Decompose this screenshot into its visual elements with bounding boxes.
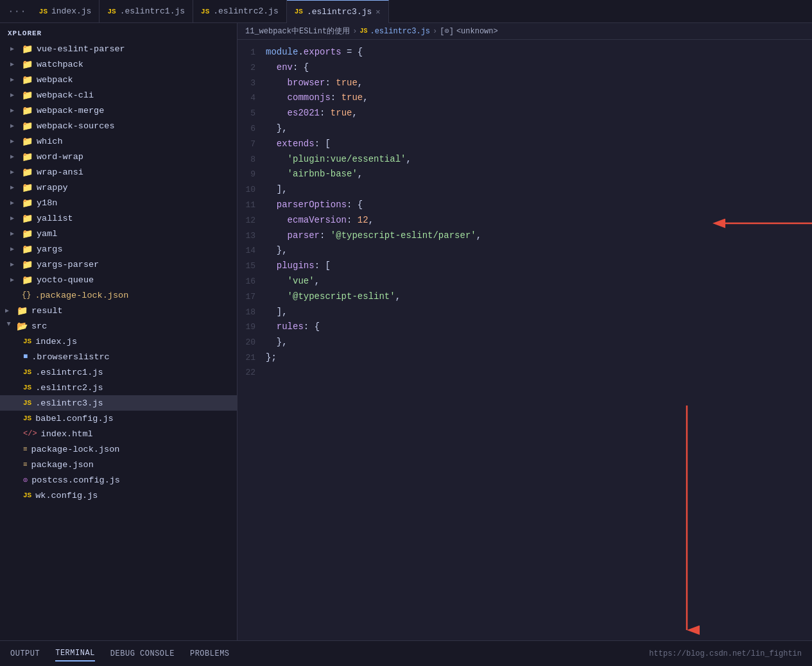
breadcrumb-sep1: › — [352, 27, 357, 36]
sidebar-item-webpack-cli[interactable]: ▶ 📁 webpack-cli — [0, 87, 237, 103]
sidebar-item-y18n[interactable]: ▶ 📁 y18n — [0, 195, 237, 210]
sidebar-item-webpack[interactable]: ▶ 📁 webpack — [0, 72, 237, 87]
chevron-right-icon: ▶ — [10, 60, 18, 68]
tab-close-icon[interactable]: ✕ — [376, 7, 380, 17]
sidebar-item-index-html[interactable]: </> index.html — [0, 426, 237, 441]
tab-eslintrc2[interactable]: JS .eslintrc2.js — [193, 0, 287, 23]
tab-label: index.js — [51, 6, 91, 16]
bottom-tab-debug-console[interactable]: DEBUG CONSOLE — [110, 647, 175, 661]
sidebar-item-label: webpack-sources — [37, 121, 115, 131]
chevron-right-icon: ▶ — [10, 199, 18, 207]
sidebar-item-browserslistrc[interactable]: ■ .browserslistrc — [0, 349, 237, 364]
tab-index-js[interactable]: JS index.js — [31, 0, 100, 23]
editor-area[interactable]: 1 module.exports = { 2 env: { 3 browser:… — [238, 40, 812, 640]
sidebar-item-eslintrc1[interactable]: JS .eslintrc1.js — [0, 364, 237, 380]
sidebar-item-wrappy[interactable]: ▶ 📁 wrappy — [0, 180, 237, 195]
js-file-icon: JS — [23, 399, 31, 407]
chevron-right-icon: ▶ — [10, 45, 18, 53]
breadcrumb-bracket: [⊙] — [440, 26, 454, 36]
tab-eslintrc3[interactable]: JS .eslintrc3.js ✕ — [287, 0, 389, 23]
sidebar-item-label: .eslintrc3.js — [35, 398, 103, 408]
sidebar-item-wk-config[interactable]: JS wk.config.js — [0, 488, 237, 503]
bottom-tab-output[interactable]: OUTPUT — [10, 647, 40, 661]
sidebar-item-package-lock[interactable]: ≡ package-lock.json — [0, 441, 237, 457]
folder-icon: 📁 — [22, 182, 33, 193]
chevron-right-icon: ▶ — [10, 107, 18, 114]
sidebar-item-label: result — [31, 306, 63, 316]
folder-open-icon: 📂 — [17, 321, 28, 332]
code-line-7: 7 extends: [ — [238, 137, 812, 152]
code-line-17: 17 '@typescript-eslint', — [238, 289, 812, 305]
bottom-tab-terminal[interactable]: TERMINAL — [55, 646, 95, 662]
sidebar-item-label: wrap-ansi — [37, 167, 83, 177]
explorer-more-icon[interactable]: ··· — [3, 6, 31, 17]
js-file-icon: JS — [23, 384, 31, 391]
sidebar-item-label: index.js — [35, 337, 77, 346]
js-icon: JS — [295, 8, 303, 15]
sidebar-item-src[interactable]: ▶ 📂 src — [0, 318, 237, 334]
folder-icon: 📁 — [22, 59, 33, 70]
sidebar-item-package-lock-json[interactable]: ▶ {} .package-lock.json — [0, 287, 237, 303]
main-layout: XPLORER ▶ 📁 vue-eslint-parser ▶ 📁 watchp… — [0, 23, 812, 640]
sidebar-item-babel-config[interactable]: JS babel.config.js — [0, 411, 237, 426]
js-icon: JS — [201, 8, 209, 15]
chevron-right-icon: ▶ — [10, 184, 18, 191]
code-line-6: 6 }, — [238, 121, 812, 137]
sidebar-item-vue-eslint-parser[interactable]: ▶ 📁 vue-eslint-parser — [0, 41, 237, 56]
sidebar-item-postcss-config[interactable]: ⊙ postcss.config.js — [0, 472, 237, 488]
sidebar-item-eslintrc2[interactable]: JS .eslintrc2.js — [0, 380, 237, 395]
breadcrumb-sep2: › — [433, 27, 437, 36]
sidebar-item-label: .eslintrc1.js — [35, 368, 103, 377]
chevron-right-icon: ▶ — [10, 168, 18, 176]
code-line-13: 13 parser: '@typescript-eslint/parser', — [238, 228, 812, 244]
sidebar-item-watchpack[interactable]: ▶ 📁 watchpack — [0, 56, 237, 72]
sidebar-item-wrap-ansi[interactable]: ▶ 📁 wrap-ansi — [0, 164, 237, 180]
sidebar-item-word-wrap[interactable]: ▶ 📁 word-wrap — [0, 149, 237, 164]
folder-icon: 📁 — [22, 121, 33, 132]
sidebar-item-label: webpack — [37, 75, 73, 85]
bottom-bar: OUTPUT TERMINAL DEBUG CONSOLE PROBLEMS h… — [0, 640, 812, 666]
sidebar-item-yargs-parser[interactable]: ▶ 📁 yargs-parser — [0, 257, 237, 272]
sidebar-item-label: package.json — [31, 460, 94, 470]
chevron-right-icon: ▶ — [10, 122, 18, 130]
breadcrumb-filename[interactable]: .eslintrc3.js — [370, 27, 430, 36]
folder-icon: 📁 — [22, 275, 33, 286]
tab-label: .eslintrc1.js — [120, 6, 185, 16]
sidebar-item-webpack-sources[interactable]: ▶ 📁 webpack-sources — [0, 118, 237, 133]
chevron-right-icon: ▶ — [10, 260, 18, 268]
code-line-10: 10 ], — [238, 182, 812, 198]
sidebar-item-yallist[interactable]: ▶ 📁 yallist — [0, 210, 237, 226]
postcss-icon: ⊙ — [23, 475, 28, 485]
sidebar-item-label: word-wrap — [37, 152, 83, 162]
code-line-12: 12 ecmaVersion: 12, — [238, 213, 812, 228]
sidebar-item-package-json[interactable]: ≡ package.json — [0, 457, 237, 472]
tab-eslintrc1[interactable]: JS .eslintrc1.js — [99, 0, 193, 23]
sidebar-item-yocto-queue[interactable]: ▶ 📁 yocto-queue — [0, 272, 237, 287]
code-line-5: 5 es2021: true, — [238, 106, 812, 121]
sidebar: XPLORER ▶ 📁 vue-eslint-parser ▶ 📁 watchp… — [0, 23, 238, 640]
sidebar-item-label: yaml — [37, 229, 57, 239]
sidebar-item-yargs[interactable]: ▶ 📁 yargs — [0, 241, 237, 257]
sidebar-item-yaml[interactable]: ▶ 📁 yaml — [0, 226, 237, 241]
sidebar-item-label: yargs-parser — [37, 260, 99, 269]
sidebar-item-webpack-merge[interactable]: ▶ 📁 webpack-merge — [0, 103, 237, 118]
html-file-icon: </> — [23, 429, 37, 438]
sidebar-item-index-js[interactable]: JS index.js — [0, 334, 237, 349]
code-line-16: 16 'vue', — [238, 274, 812, 289]
sidebar-item-eslintrc3[interactable]: JS .eslintrc3.js — [0, 395, 237, 411]
js-file-icon: JS — [23, 337, 31, 345]
folder-icon: 📁 — [22, 167, 33, 178]
sidebar-item-label: index.html — [41, 429, 93, 439]
js-file-icon: JS — [23, 491, 31, 499]
sidebar-item-label: wk.config.js — [35, 491, 98, 500]
bottom-tab-problems[interactable]: PROBLEMS — [190, 647, 230, 661]
sidebar-item-label: .browserslistrc — [31, 352, 110, 362]
sidebar-item-which[interactable]: ▶ 📁 which — [0, 133, 237, 149]
sidebar-item-result[interactable]: ▶ 📁 result — [0, 303, 237, 318]
code-line-18: 18 ], — [238, 305, 812, 320]
js-file-icon: JS — [23, 414, 31, 422]
code-line-9: 9 'airbnb-base', — [238, 167, 812, 182]
chevron-right-icon: ▶ — [10, 153, 18, 160]
breadcrumb-path: 11_webpack中ESLint的使用 — [245, 26, 350, 37]
file-icon: ■ — [23, 352, 28, 361]
